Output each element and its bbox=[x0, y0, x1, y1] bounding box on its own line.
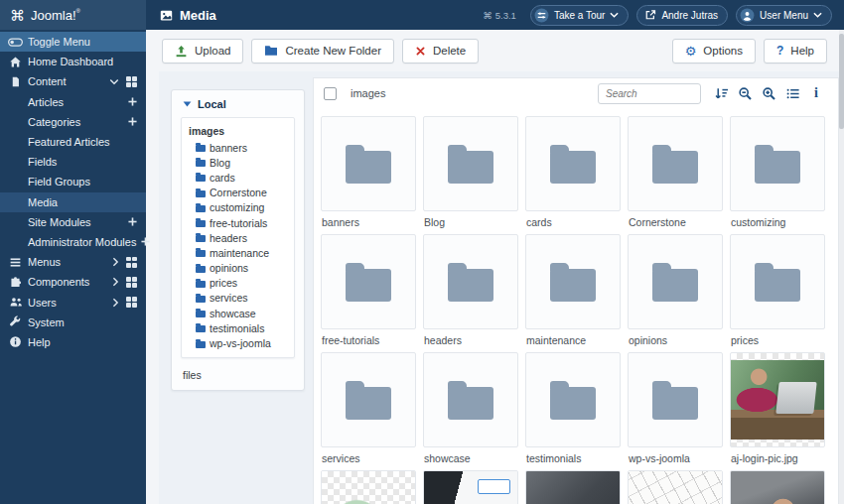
sidebar-item-help[interactable]: Help bbox=[0, 332, 146, 352]
options-button[interactable]: ⚙ Options bbox=[672, 39, 756, 63]
media-tile-image[interactable] bbox=[525, 470, 621, 504]
plus-icon[interactable] bbox=[128, 217, 137, 226]
media-tile-folder[interactable]: wp-vs-joomla bbox=[628, 352, 723, 470]
tree-item-folder[interactable]: opinions bbox=[189, 261, 290, 276]
media-tile-folder[interactable]: opinions bbox=[628, 234, 723, 352]
sidebar-item-site-modules[interactable]: Site Modules bbox=[0, 212, 146, 232]
tree-item-folder[interactable]: Cornerstone bbox=[189, 186, 290, 200]
media-tile-folder[interactable]: maintenance bbox=[525, 234, 621, 352]
plus-icon[interactable] bbox=[141, 237, 150, 246]
page-title: Media bbox=[160, 8, 216, 23]
tree-item-folder[interactable]: wp-vs-joomla bbox=[189, 335, 290, 350]
joomla-version: ⌘ 5.3.1 bbox=[483, 10, 516, 21]
sidebar-item-components[interactable]: Components bbox=[0, 272, 146, 292]
plus-icon[interactable] bbox=[128, 117, 137, 126]
create-new-folder-button[interactable]: Create New Folder bbox=[251, 39, 394, 63]
tree-item-folder[interactable]: maintenance bbox=[189, 245, 290, 260]
content-icon bbox=[8, 75, 23, 88]
media-tile-folder[interactable]: Blog bbox=[423, 116, 518, 234]
tree-item-images[interactable]: images bbox=[189, 123, 290, 140]
folder-icon bbox=[448, 269, 493, 302]
media-tile-image[interactable] bbox=[628, 470, 723, 504]
dashboard-grid-icon[interactable] bbox=[126, 76, 137, 87]
sidebar-item-fields[interactable]: Fields bbox=[0, 152, 146, 172]
media-tile-folder[interactable]: showcase bbox=[423, 352, 518, 470]
tree-item-folder[interactable]: prices bbox=[189, 276, 290, 291]
page-scrollbar[interactable] bbox=[839, 30, 844, 504]
sidebar-item-administrator-modules[interactable]: Administrator Modules bbox=[0, 232, 146, 252]
media-tile-folder[interactable]: cards bbox=[525, 116, 621, 234]
tree-item-folder[interactable]: customizing bbox=[189, 200, 290, 215]
user-circle-icon bbox=[740, 8, 755, 23]
folder-icon bbox=[196, 175, 206, 182]
help-button[interactable]: ? Help bbox=[764, 39, 827, 63]
chevron-right-icon bbox=[112, 257, 119, 267]
app-logo[interactable]: ⌘ Joomla!® bbox=[0, 0, 146, 30]
take-a-tour-button[interactable]: Take a Tour bbox=[530, 5, 630, 26]
sidebar-item-articles[interactable]: Articles bbox=[0, 92, 146, 112]
folder-icon bbox=[550, 269, 596, 302]
sidebar-item-featured-articles[interactable]: Featured Articles bbox=[0, 132, 146, 152]
tree-item-folder[interactable]: headers bbox=[189, 230, 290, 245]
folder-icon bbox=[550, 151, 596, 184]
folder-icon bbox=[448, 387, 493, 420]
media-browser: images i banners Blog cards Cornerstone … bbox=[313, 77, 839, 504]
thumbnail-portrait-photo bbox=[731, 471, 824, 504]
admin-sidebar: Toggle Menu Home Dashboard Content Artic… bbox=[0, 30, 146, 504]
media-tile-image[interactable] bbox=[730, 470, 825, 504]
media-grid: banners Blog cards Cornerstone customizi… bbox=[314, 108, 838, 504]
chevron-down-icon[interactable] bbox=[109, 78, 119, 85]
sidebar-item-content[interactable]: Content bbox=[0, 71, 146, 91]
list-view-icon[interactable] bbox=[780, 82, 804, 104]
delete-button[interactable]: Delete bbox=[402, 39, 479, 63]
info-icon[interactable]: i bbox=[804, 82, 828, 104]
dashboard-grid-icon[interactable] bbox=[126, 257, 137, 268]
sidebar-item-toggle-menu[interactable]: Toggle Menu bbox=[0, 32, 146, 52]
media-tile-image[interactable] bbox=[423, 470, 518, 504]
plus-icon[interactable] bbox=[128, 97, 137, 106]
tree-item-folder[interactable]: free-tutorials bbox=[189, 215, 290, 230]
sidebar-item-menus[interactable]: Menus bbox=[0, 252, 146, 272]
media-tile-folder[interactable]: customizing bbox=[730, 116, 825, 234]
folder-icon bbox=[196, 145, 206, 152]
media-tile-folder[interactable]: services bbox=[321, 352, 416, 470]
dashboard-grid-icon[interactable] bbox=[126, 297, 137, 308]
tree-item-folder[interactable]: testimonials bbox=[189, 320, 290, 335]
folder-icon bbox=[652, 269, 698, 302]
user-menu-button[interactable]: User Menu bbox=[736, 5, 832, 26]
dashboard-grid-icon[interactable] bbox=[126, 277, 137, 288]
select-all-checkbox[interactable] bbox=[324, 87, 337, 100]
media-tile-folder[interactable]: testimonials bbox=[525, 352, 621, 470]
zoom-out-icon[interactable] bbox=[733, 82, 757, 104]
user-account-button[interactable]: Andre Jutras bbox=[636, 5, 728, 26]
media-tile-folder[interactable]: headers bbox=[423, 234, 518, 352]
scrollbar-thumb[interactable] bbox=[839, 34, 844, 129]
media-tile-folder[interactable]: Cornerstone bbox=[628, 116, 723, 234]
search-input[interactable] bbox=[598, 83, 701, 104]
tree-item-folder[interactable]: services bbox=[189, 291, 290, 306]
folder-icon bbox=[346, 387, 391, 420]
sidebar-item-home-dashboard[interactable]: Home Dashboard bbox=[0, 52, 146, 71]
tree-item-folder[interactable]: banners bbox=[189, 140, 290, 155]
thumbnail-hand-photo bbox=[526, 471, 620, 504]
zoom-in-icon[interactable] bbox=[757, 82, 780, 104]
media-tile-folder[interactable]: free-tutorials bbox=[321, 234, 416, 352]
sidebar-item-users[interactable]: Users bbox=[0, 292, 146, 312]
upload-button[interactable]: Upload bbox=[162, 39, 243, 63]
media-tile-image[interactable]: aj-login-pic.jpg bbox=[730, 352, 825, 470]
sort-icon[interactable] bbox=[709, 82, 733, 104]
tree-item-files[interactable]: files bbox=[172, 358, 304, 381]
sidebar-item-field-groups[interactable]: Field Groups bbox=[0, 172, 146, 191]
tree-item-folder[interactable]: showcase bbox=[189, 306, 290, 320]
tree-item-folder[interactable]: cards bbox=[189, 170, 290, 185]
media-tile-folder[interactable]: prices bbox=[730, 234, 825, 352]
media-tile-folder[interactable]: banners bbox=[321, 116, 416, 234]
media-tile-image[interactable] bbox=[321, 470, 416, 504]
tree-item-folder[interactable]: Blog bbox=[189, 155, 290, 170]
sidebar-item-media[interactable]: Media bbox=[0, 192, 146, 212]
chevron-right-icon bbox=[112, 298, 119, 308]
media-browser-toolbar: images i bbox=[314, 78, 838, 108]
tree-root-local[interactable]: Local bbox=[172, 97, 304, 117]
sidebar-item-system[interactable]: System bbox=[0, 313, 146, 332]
sidebar-item-categories[interactable]: Categories bbox=[0, 112, 146, 132]
